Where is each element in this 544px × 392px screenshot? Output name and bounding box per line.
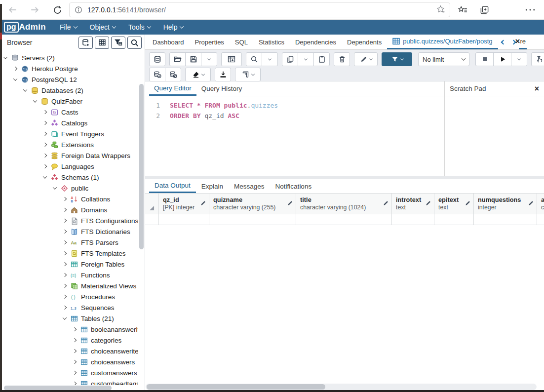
edit-column-icon[interactable] [425, 199, 431, 208]
tree-item-sequences[interactable]: 1..3Sequences [0, 302, 138, 313]
expand-icon[interactable] [73, 382, 77, 385]
expand-icon[interactable] [63, 295, 67, 299]
save-file-dropdown[interactable] [201, 52, 217, 66]
tab-dependents[interactable]: Dependents [342, 35, 387, 49]
tree-item-fts-parsers[interactable]: AaFTS Parsers [0, 237, 138, 248]
tree-item-categories[interactable]: categories [0, 335, 138, 346]
tab-explain[interactable]: Explain [196, 179, 229, 193]
save-data-changes-button[interactable] [221, 52, 242, 66]
tree-item-foreign-tables[interactable]: Foreign Tables [0, 259, 138, 270]
tree-item-customheadtags[interactable]: customheadtags [0, 378, 138, 385]
filtered-rows-button[interactable] [111, 37, 125, 49]
back-icon[interactable] [7, 4, 19, 16]
select-all-corner[interactable] [145, 194, 159, 214]
column-header-numquestions[interactable]: numquestionsinteger [474, 194, 537, 214]
tree-item-materialized-views[interactable]: Materialized Views [0, 280, 138, 291]
tab-messages[interactable]: Messages [229, 179, 270, 193]
scrollbar-thumb[interactable] [147, 384, 325, 390]
query-tool-button[interactable] [78, 37, 93, 49]
tree-item-extensions[interactable]: Extensions [0, 139, 138, 150]
filter-button[interactable] [382, 52, 412, 66]
column-header-introtext[interactable]: introtexttext [392, 194, 434, 214]
tab-query-tool-active[interactable]: public.quizzes/QuizFaber/postg [387, 35, 498, 49]
menu-help[interactable]: Help [163, 23, 184, 31]
tree-item-servers-2-[interactable]: Servers (2) [0, 52, 138, 63]
scrollbar-thumb[interactable] [139, 84, 144, 249]
column-header-title[interactable]: titlecharacter varying (1024) [296, 194, 392, 214]
expand-icon[interactable] [43, 143, 47, 147]
collapse-icon[interactable] [53, 185, 57, 189]
tree-item-fts-configurations[interactable]: FTS Configurations [0, 215, 138, 226]
expand-icon[interactable] [63, 306, 67, 310]
tab-query-editor[interactable]: Query Editor [149, 81, 196, 96]
tree-item-public[interactable]: public [0, 183, 138, 194]
data-cell[interactable] [159, 214, 209, 225]
expand-icon[interactable] [63, 273, 67, 277]
collapse-icon[interactable] [63, 315, 67, 319]
collections-icon[interactable] [478, 4, 490, 16]
row-limit-select[interactable]: No limit [418, 52, 469, 66]
tree-item-casts[interactable]: fxCasts [0, 107, 138, 118]
collapse-icon[interactable] [33, 98, 37, 102]
expand-icon[interactable] [43, 121, 47, 125]
tree-item-fts-dictionaries[interactable]: FTS Dictionaries [0, 226, 138, 237]
copy-rows-dropdown[interactable] [298, 52, 314, 66]
data-cell[interactable] [537, 214, 544, 225]
expand-icon[interactable] [13, 67, 17, 71]
menu-object[interactable]: Object [90, 23, 116, 31]
forward-icon[interactable] [29, 4, 40, 16]
tab-scroll-left-button[interactable] [498, 35, 508, 49]
save-file-button[interactable] [185, 52, 201, 66]
tree-item-tables-21-[interactable]: Tables (21) [0, 313, 138, 324]
macro-button[interactable] [235, 68, 261, 81]
add-favorite-icon[interactable] [436, 5, 445, 15]
tab-data-output[interactable]: Data Output [149, 179, 196, 193]
data-cell[interactable] [474, 214, 537, 225]
data-cell[interactable] [392, 214, 434, 225]
site-info-icon[interactable] [75, 6, 82, 14]
grid-horizontal-scrollbar[interactable] [146, 384, 537, 390]
download-results-button[interactable] [215, 68, 231, 81]
edit-column-icon[interactable] [287, 199, 293, 208]
tab-overflow-fragment[interactable]: ×re [519, 35, 527, 49]
tree-item-customanswers[interactable]: customanswers [0, 367, 138, 378]
collapse-icon[interactable] [23, 87, 27, 91]
sql-editor[interactable]: 1SELECT * FROM public.quizzes2ORDER BY q… [145, 96, 444, 176]
menu-tools[interactable]: Tools [128, 23, 151, 31]
find-button[interactable] [246, 52, 262, 66]
refresh-icon[interactable] [51, 4, 63, 16]
tree-item-collations[interactable]: ABCollations [0, 194, 138, 204]
delete-rows-button[interactable] [334, 52, 350, 66]
copy-rows-button[interactable] [282, 52, 298, 66]
clear-query-button[interactable] [185, 68, 211, 81]
find-dropdown[interactable] [262, 52, 278, 66]
open-file-button[interactable] [169, 52, 186, 66]
expand-icon[interactable] [63, 219, 67, 223]
expand-icon[interactable] [63, 240, 67, 244]
expand-icon[interactable] [73, 338, 77, 342]
column-header-epitext[interactable]: epitexttext [434, 194, 474, 214]
collapse-icon[interactable] [43, 174, 47, 178]
expand-icon[interactable] [63, 284, 67, 288]
data-cell[interactable] [209, 214, 296, 225]
tab-sql[interactable]: SQL [230, 35, 253, 49]
tab-statistics[interactable]: Statistics [253, 35, 290, 49]
fetch-rows-button[interactable] [531, 52, 544, 66]
tree-item-booleananswerit[interactable]: booleananswerit [0, 324, 138, 335]
tree-item-procedures[interactable]: ( )Procedures [0, 291, 138, 302]
edit-menu-button[interactable] [354, 52, 378, 66]
tree-item-heroku-postgre[interactable]: Heroku Postgre [0, 63, 138, 74]
expand-icon[interactable] [63, 230, 67, 234]
scratch-pad-body[interactable] [445, 96, 544, 176]
favorites-icon[interactable] [457, 4, 468, 16]
view-data-button[interactable] [95, 37, 109, 49]
tree-item-languages[interactable]: Languages [0, 161, 138, 172]
edit-column-icon[interactable] [465, 199, 471, 208]
tree-item-quizfaber[interactable]: QuizFaber [0, 96, 138, 107]
column-header-quizname[interactable]: quiznamecharacter varying (255) [209, 194, 296, 214]
expand-icon[interactable] [43, 132, 47, 136]
menu-file[interactable]: File [60, 23, 77, 31]
edit-column-icon[interactable] [383, 199, 389, 208]
browser-menu-icon[interactable] [524, 4, 536, 16]
rollback-button[interactable] [165, 68, 181, 81]
